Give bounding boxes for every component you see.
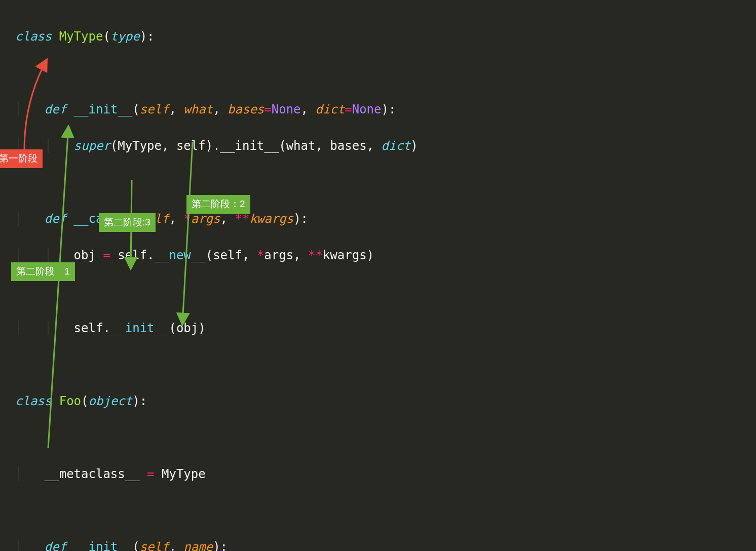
code-editor: class MyType(type): │ def __init__(self,… <box>15 9 756 551</box>
code-line: class MyType(type): <box>15 27 756 46</box>
code-line: │ │ super(MyType, self).__init__(what, b… <box>15 137 756 155</box>
code-line-blank <box>15 356 756 374</box>
code-line: class Foo(object): <box>15 392 756 410</box>
annotation-stage2-2: 第二阶段：2 <box>186 195 250 214</box>
base-type: type <box>110 29 140 44</box>
annotation-stage2-3: 第二阶段:3 <box>99 213 156 232</box>
keyword-def: def <box>45 102 66 116</box>
code-line: │ def __init__(self, name): <box>15 538 756 551</box>
func-init: __init__ <box>74 102 133 116</box>
keyword-class: class <box>15 29 52 44</box>
code-line-blank <box>15 64 756 82</box>
classname-mytype: MyType <box>59 29 103 44</box>
code-line: │ __metaclass__ = MyType <box>15 465 756 483</box>
code-line-blank <box>15 173 756 191</box>
code-line-blank <box>15 501 756 520</box>
annotation-stage2-1: 第二阶段：1 <box>11 262 75 281</box>
code-line: │ │ self.__init__(obj) <box>15 319 756 337</box>
code-line: │ def __init__(self, what, bases=None, d… <box>15 100 756 119</box>
annotation-stage1: 第一阶段 <box>0 149 43 168</box>
code-line-blank <box>15 428 756 447</box>
code-line: │ │ obj = self.__new__(self, *args, **kw… <box>15 246 756 264</box>
code-line-blank <box>15 283 756 301</box>
